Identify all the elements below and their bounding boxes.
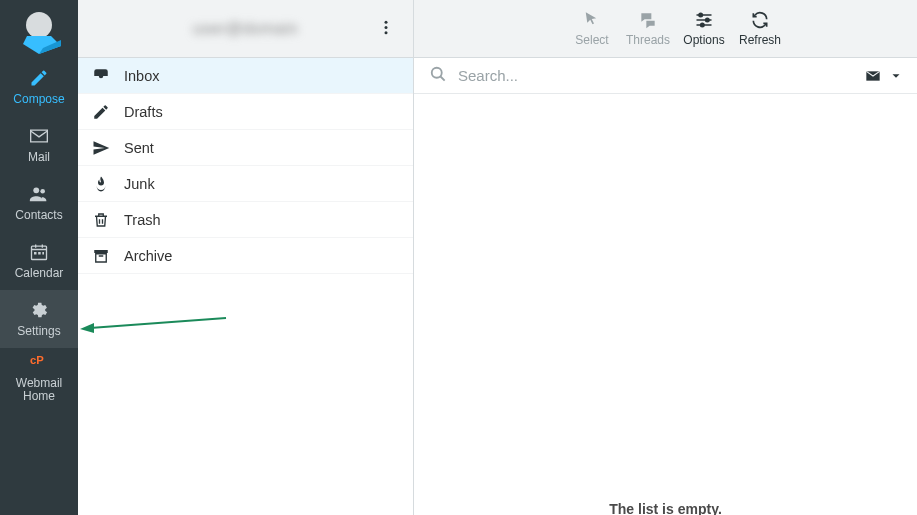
svg-point-2 [40,189,45,194]
nav-webmail-home[interactable]: cP Webmail Home [0,348,78,406]
svg-point-0 [26,12,52,38]
svg-point-9 [385,26,388,29]
threads-icon [638,10,658,30]
svg-point-8 [385,20,388,23]
paper-plane-icon [92,139,110,157]
folder-junk-label: Junk [124,176,155,192]
compose-icon [28,67,50,89]
svg-text:cP: cP [30,353,44,365]
account-label: user@domain [193,20,298,38]
svg-rect-6 [42,252,44,255]
cpanel-icon: cP [28,351,50,373]
search-row [414,58,917,94]
archive-icon [92,247,110,265]
toolbar-select[interactable]: Select [564,0,620,58]
fire-icon [92,175,110,193]
svg-line-12 [90,318,226,328]
svg-point-15 [706,18,709,21]
trash-icon [92,211,110,229]
toolbar-threads[interactable]: Threads [620,0,676,58]
gear-icon [28,299,50,321]
arrow-annotation [78,314,413,334]
toolbar-options-label: Options [683,33,724,47]
svg-point-10 [385,31,388,34]
toolbar-threads-label: Threads [626,33,670,47]
folder-archive-label: Archive [124,248,172,264]
nav-mail-label: Mail [28,151,50,164]
svg-point-14 [699,13,702,16]
folder-menu-button[interactable] [377,18,395,39]
folder-archive[interactable]: Archive [78,238,413,274]
folder-inbox[interactable]: Inbox [78,58,413,94]
nav-rail: Compose Mail Contacts Calendar Settings … [0,0,78,515]
folder-sent[interactable]: Sent [78,130,413,166]
svg-point-17 [432,68,442,78]
folder-list: Inbox Drafts Sent Junk Trash [78,58,413,274]
toolbar: Select Threads Options Refresh [414,0,917,58]
search-input[interactable] [458,67,853,84]
folder-trash-label: Trash [124,212,161,228]
refresh-icon [750,10,770,30]
svg-point-16 [701,23,704,26]
mail-icon [28,125,50,147]
nav-settings-label: Settings [17,325,60,338]
svg-point-1 [33,188,39,194]
empty-list-text: The list is empty. [609,501,722,515]
toolbar-options[interactable]: Options [676,0,732,58]
kebab-icon [377,18,395,36]
folder-inbox-label: Inbox [124,68,159,84]
toolbar-select-label: Select [575,33,608,47]
message-pane: Select Threads Options Refresh [414,0,917,515]
nav-calendar[interactable]: Calendar [0,232,78,290]
nav-calendar-label: Calendar [15,267,64,280]
nav-compose-label: Compose [13,93,64,106]
nav-mail[interactable]: Mail [0,116,78,174]
folder-trash[interactable]: Trash [78,202,413,238]
chevron-down-icon [889,69,903,83]
inbox-icon [92,67,110,85]
message-list: The list is empty. [414,94,917,515]
calendar-icon [28,241,50,263]
app-logo [0,0,78,58]
svg-marker-13 [80,323,94,333]
nav-contacts[interactable]: Contacts [0,174,78,232]
folder-drafts[interactable]: Drafts [78,94,413,130]
envelope-icon [863,68,883,84]
folder-drafts-label: Drafts [124,104,163,120]
search-filter-button[interactable] [863,68,903,84]
cursor-icon [582,10,602,30]
svg-rect-11 [94,250,108,253]
svg-rect-4 [34,252,37,255]
nav-webmail-home-label: Webmail Home [16,377,62,403]
nav-compose[interactable]: Compose [0,58,78,116]
folder-sent-label: Sent [124,140,154,156]
svg-rect-5 [38,252,41,255]
folder-column: user@domain Inbox Drafts Sent [78,0,414,515]
nav-contacts-label: Contacts [15,209,62,222]
folder-junk[interactable]: Junk [78,166,413,202]
nav-settings[interactable]: Settings [0,290,78,348]
sliders-icon [694,10,714,30]
pencil-icon [92,103,110,121]
folder-header: user@domain [78,0,413,58]
toolbar-refresh-label: Refresh [739,33,781,47]
search-icon [428,64,448,87]
contacts-icon [28,183,50,205]
toolbar-refresh[interactable]: Refresh [732,0,788,58]
